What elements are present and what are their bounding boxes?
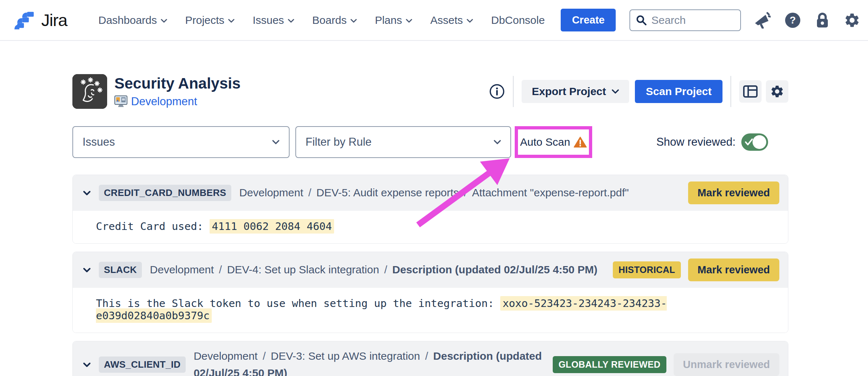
nav-icon-group: ? — [754, 10, 868, 30]
finding-header: AWS_CLIENT_ID Development/DEV-3: Set up … — [73, 341, 788, 376]
project-breadcrumb-link[interactable]: Development — [131, 95, 197, 108]
settings-gear-icon[interactable] — [844, 12, 860, 29]
create-button[interactable]: Create — [561, 9, 616, 31]
historical-badge: HISTORICAL — [613, 261, 681, 278]
filter-by-rule-select[interactable]: Filter by Rule — [295, 126, 511, 158]
nav-item-label: Plans — [375, 14, 402, 26]
mark-reviewed-button[interactable]: Mark reviewed — [688, 258, 779, 281]
nav-item-label: Issues — [253, 14, 284, 26]
unmark-reviewed-button[interactable]: Unmark reviewed — [674, 353, 779, 376]
search-input[interactable] — [651, 14, 734, 26]
nav-item-boards[interactable]: Boards — [312, 14, 357, 26]
breadcrumb-project: Development — [239, 187, 303, 198]
search-box[interactable] — [629, 9, 741, 31]
show-reviewed-label: Show reviewed: — [656, 136, 736, 149]
page-settings-button[interactable] — [766, 80, 788, 103]
layout-panel-button[interactable] — [739, 80, 762, 103]
show-reviewed-group: Show reviewed: — [656, 133, 768, 151]
collapse-chevron-icon[interactable] — [83, 268, 91, 273]
page-header: Security Analysis Development — [72, 74, 788, 109]
annotation-box-auto-scan: Auto Scan — [515, 126, 592, 158]
jira-logo-icon — [14, 9, 36, 31]
breadcrumb-location: Description (updated 02/Jul/25 4:50 PM) — [392, 264, 598, 275]
layout-panel-icon — [743, 85, 758, 98]
export-project-label: Export Project — [532, 85, 606, 98]
finding-card-aws: AWS_CLIENT_ID Development/DEV-3: Set up … — [72, 341, 788, 376]
breadcrumb-issue: DEV-4: Set up Slack integration — [227, 264, 379, 275]
chevron-down-icon — [228, 19, 235, 23]
chevron-down-icon — [406, 19, 412, 23]
chevron-down-icon — [288, 19, 294, 23]
finding-card-credit-card: CREDIT_CARD_NUMBERS Development/DEV-5: A… — [72, 175, 788, 244]
breadcrumb-separator: / — [464, 187, 467, 198]
chevron-down-icon — [612, 89, 619, 94]
findings-list: CREDIT_CARD_NUMBERS Development/DEV-5: A… — [72, 175, 788, 376]
sensitive-data-highlight: 4111 0062 2084 4604 — [210, 219, 334, 234]
nav-item-label: Projects — [185, 14, 224, 26]
auto-scan-button[interactable]: Auto Scan — [520, 136, 570, 148]
issues-select-value: Issues — [83, 136, 272, 149]
finding-breadcrumb: Development/DEV-5: Audit expense reports… — [239, 184, 629, 201]
finding-content: Credit Card used: 4111 0062 2084 4604 — [73, 211, 788, 243]
divider — [513, 76, 514, 107]
breadcrumb-project: Development — [150, 264, 214, 275]
scan-project-button[interactable]: Scan Project — [635, 80, 722, 103]
main-content: Security Analysis Development — [72, 74, 788, 376]
nav-item-projects[interactable]: Projects — [185, 14, 235, 26]
chevron-down-icon — [467, 19, 473, 23]
issues-select[interactable]: Issues — [72, 126, 290, 158]
nav-item-dashboards[interactable]: Dashboards — [98, 14, 167, 26]
nav-item-label: Dashboards — [98, 14, 157, 26]
breadcrumb-separator: / — [219, 264, 222, 275]
nav-menu: Dashboards Projects Issues Boards Plans … — [98, 14, 545, 26]
lock-icon[interactable] — [815, 12, 830, 29]
chevron-down-icon — [350, 19, 357, 23]
help-icon[interactable]: ? — [784, 12, 801, 29]
breadcrumb-issue: DEV-5: Audit expense reports — [316, 187, 459, 198]
breadcrumb-separator: / — [263, 350, 266, 362]
breadcrumb-separator: / — [384, 264, 387, 275]
jira-logo[interactable]: Jira — [14, 9, 67, 31]
collapse-chevron-icon[interactable] — [83, 191, 91, 196]
toggle-knob — [753, 135, 766, 149]
nav-item-issues[interactable]: Issues — [253, 14, 294, 26]
nav-item-label: DbConsole — [491, 14, 545, 26]
breadcrumb-separator: / — [308, 187, 311, 198]
filters-row: Issues Filter by Rule Auto Scan Show rev… — [72, 126, 788, 158]
jira-logo-text: Jira — [41, 10, 67, 30]
project-avatar-icon — [72, 74, 107, 109]
nav-item-assets[interactable]: Assets — [430, 14, 473, 26]
announcements-megaphone-icon[interactable] — [754, 12, 771, 29]
chevron-down-icon — [161, 19, 167, 23]
nav-item-dbconsole[interactable]: DbConsole — [491, 14, 545, 26]
finding-header: SLACK Development/DEV-4: Set up Slack in… — [73, 252, 788, 288]
warning-icon — [574, 136, 587, 148]
rule-badge: CREDIT_CARD_NUMBERS — [99, 185, 231, 201]
rule-select-value: Filter by Rule — [306, 136, 494, 149]
top-navbar: Jira Dashboards Projects Issues Boards P… — [0, 0, 868, 41]
nav-item-label: Assets — [430, 14, 463, 26]
finding-header: CREDIT_CARD_NUMBERS Development/DEV-5: A… — [73, 175, 788, 211]
breadcrumb-separator: / — [425, 350, 428, 362]
mark-reviewed-button[interactable]: Mark reviewed — [688, 181, 779, 204]
show-reviewed-toggle[interactable] — [741, 133, 768, 151]
finding-content: This is the Slack token to use when sett… — [73, 288, 788, 333]
info-icon[interactable] — [489, 84, 505, 99]
nav-item-plans[interactable]: Plans — [375, 14, 412, 26]
check-icon — [745, 138, 753, 146]
rule-badge: SLACK — [99, 262, 142, 278]
collapse-chevron-icon[interactable] — [83, 362, 91, 367]
svg-text:?: ? — [790, 14, 796, 26]
breadcrumb-issue: DEV-3: Set up AWS integration — [271, 350, 420, 362]
project-monitor-icon — [114, 95, 127, 108]
page-title: Security Analysis — [114, 75, 241, 92]
finding-card-slack: SLACK Development/DEV-4: Set up Slack in… — [72, 252, 788, 333]
chevron-down-icon — [494, 140, 501, 145]
gear-icon — [770, 84, 784, 99]
finding-breadcrumb: Development/DEV-4: Set up Slack integrat… — [150, 261, 598, 278]
export-project-button[interactable]: Export Project — [522, 80, 629, 103]
search-icon — [636, 15, 647, 26]
nav-item-label: Boards — [312, 14, 347, 26]
content-text: Credit Card used: — [96, 220, 210, 232]
rule-badge: AWS_CLIENT_ID — [99, 356, 186, 373]
